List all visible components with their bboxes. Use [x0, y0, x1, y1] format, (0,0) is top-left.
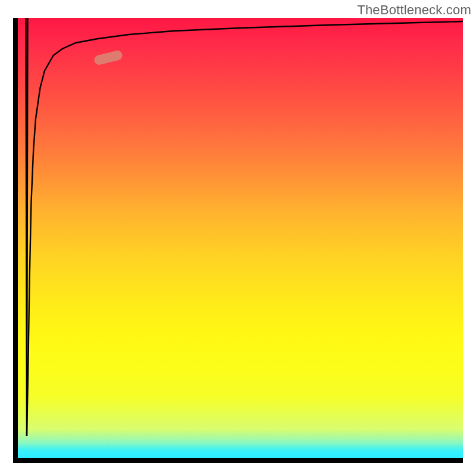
- x-axis: [13, 458, 463, 463]
- attribution-text: TheBottleneck.com: [357, 2, 471, 18]
- curve-marker: [93, 49, 123, 65]
- y-axis: [13, 18, 18, 463]
- chart-container: TheBottleneck.com: [0, 0, 476, 476]
- curve-layer: [18, 18, 463, 458]
- plot-frame: [13, 18, 463, 463]
- bottleneck-curve: [27, 21, 463, 436]
